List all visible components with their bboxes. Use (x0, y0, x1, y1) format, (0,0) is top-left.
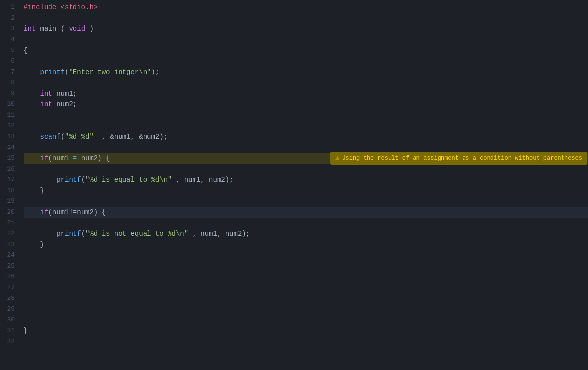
code-line-27 (24, 282, 588, 293)
code-line-21 (24, 218, 588, 228)
paren-open: ( (81, 228, 85, 239)
code-line-7: printf ( "Enter two intger\n" ); (24, 67, 588, 77)
code-line-12 (24, 121, 588, 131)
code-line-9: int num1; (24, 88, 588, 99)
code-line-30 (24, 315, 588, 325)
indent (24, 228, 56, 239)
code-line-29 (24, 304, 588, 315)
code-line-22: printf ( "%d is not equal to %d\n" , num… (24, 228, 588, 239)
cond-rest: num2) { (77, 153, 110, 164)
code-line-10: int num2; (24, 99, 588, 110)
function-printf: printf (40, 67, 65, 77)
brace-close-main: } (24, 325, 27, 336)
warning-text: Using the result of an assignment as a c… (342, 153, 582, 164)
code-line-25 (24, 261, 588, 271)
indent (24, 174, 56, 185)
brace-close: } (24, 239, 44, 250)
indent (24, 131, 40, 142)
code-line-28 (24, 293, 588, 304)
code-line-3: int main ( void ) (24, 24, 588, 34)
scanf-args: , &num1, &num2); (94, 131, 168, 142)
plain-token: ) (85, 24, 94, 34)
keyword-if: if (24, 207, 48, 218)
keyword-int: int (24, 24, 36, 34)
code-line-13: scanf ( "%d %d" , &num1, &num2); (24, 131, 588, 142)
line-numbers: 1 2 3 4 5 6 7 8 9 10 11 12 13 14 15 16 1… (0, 0, 19, 370)
paren-open: ( (61, 131, 65, 142)
code-line-23: } (24, 239, 588, 250)
code-line-20: if (num1!=num2) { (24, 207, 588, 218)
code-line-5: { (24, 45, 588, 56)
assignment-operator: = (73, 153, 77, 164)
code-line-14 (24, 142, 588, 153)
paren-open: (num1 (48, 153, 73, 164)
brace-open: { (24, 45, 27, 56)
string-token: "%d %d" (65, 131, 94, 142)
paren-open: ( (65, 67, 69, 77)
code-line-32 (24, 336, 588, 347)
code-line-16 (24, 164, 588, 174)
paren-open: ( (81, 174, 85, 185)
code-content: #include <stdio.h> int main ( void ) { p… (19, 0, 588, 370)
if-cond: (num1!=num2) { (48, 207, 106, 218)
brace-close: } (24, 185, 44, 196)
code-line-17: printf ( "%d is equal to %d\n" , num1, n… (24, 174, 588, 185)
function-printf: printf (56, 228, 81, 239)
args: , num1, num2); (172, 174, 233, 185)
var-num2: num2; (52, 99, 77, 110)
code-editor: 1 2 3 4 5 6 7 8 9 10 11 12 13 14 15 16 1… (0, 0, 588, 370)
function-scanf: scanf (40, 131, 61, 142)
string-token: "%d is not equal to %d\n" (85, 228, 188, 239)
code-line-1: #include <stdio.h> (24, 2, 588, 13)
preprocessor-token: #include <stdio.h> (24, 2, 98, 13)
code-line-8 (24, 77, 588, 88)
code-line-15: if (num1 = num2) { ⚠ Using the result of… (24, 153, 588, 164)
indent (24, 67, 40, 77)
code-line-18: } (24, 185, 588, 196)
args: , num1, num2); (188, 228, 250, 239)
code-line-31: } (24, 325, 588, 336)
code-line-4 (24, 34, 588, 45)
code-line-19 (24, 196, 588, 207)
warning-icon: ⚠ (335, 153, 339, 164)
code-line-26 (24, 271, 588, 282)
keyword-int: int (24, 99, 52, 110)
code-line-6 (24, 56, 588, 67)
keyword-int: int (24, 88, 52, 99)
code-line-11 (24, 110, 588, 121)
string-token: "Enter two intger\n" (69, 67, 151, 77)
code-line-2 (24, 13, 588, 24)
paren-close: ); (151, 67, 159, 77)
keyword-if: if (24, 153, 48, 164)
function-printf: printf (56, 174, 81, 185)
var-num1: num1; (52, 88, 77, 99)
string-token: "%d is equal to %d\n" (85, 174, 172, 185)
warning-tooltip: ⚠ Using the result of an assignment as a… (330, 152, 587, 165)
plain-token: main ( (36, 24, 69, 34)
keyword-void: void (69, 24, 85, 34)
code-line-24 (24, 250, 588, 261)
